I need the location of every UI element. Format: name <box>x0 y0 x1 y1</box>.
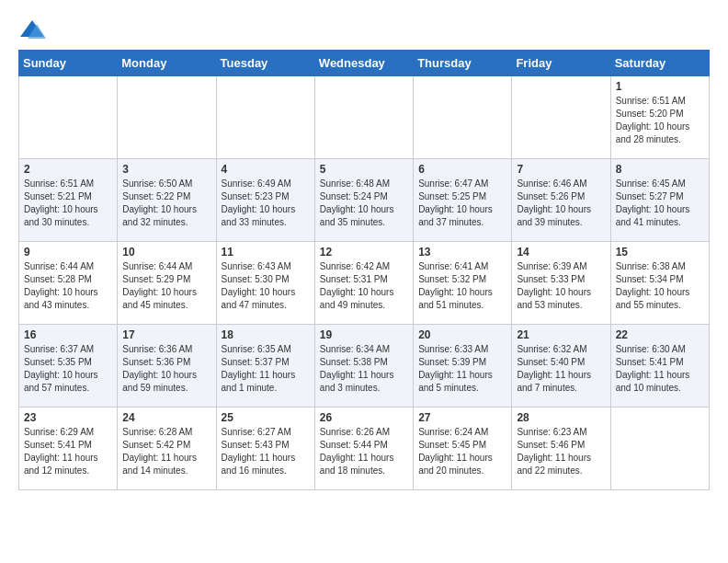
day-cell <box>118 76 216 159</box>
week-row-4: 16Sunrise: 6:37 AM Sunset: 5:35 PM Dayli… <box>19 325 710 408</box>
header <box>18 18 710 40</box>
weekday-header-friday: Friday <box>512 51 610 76</box>
day-cell <box>610 408 709 490</box>
calendar-table: SundayMondayTuesdayWednesdayThursdayFrid… <box>18 50 710 490</box>
day-cell: 2Sunrise: 6:51 AM Sunset: 5:21 PM Daylig… <box>19 159 118 242</box>
day-cell <box>414 76 512 159</box>
weekday-header-row: SundayMondayTuesdayWednesdayThursdayFrid… <box>19 51 710 76</box>
day-number: 9 <box>24 246 112 259</box>
day-number: 14 <box>517 246 605 259</box>
day-cell: 3Sunrise: 6:50 AM Sunset: 5:22 PM Daylig… <box>118 159 216 242</box>
day-info: Sunrise: 6:46 AM Sunset: 5:26 PM Dayligh… <box>517 178 605 229</box>
day-number: 20 <box>418 328 506 341</box>
day-number: 6 <box>418 163 506 176</box>
day-cell: 12Sunrise: 6:42 AM Sunset: 5:31 PM Dayli… <box>314 242 413 325</box>
day-cell: 28Sunrise: 6:23 AM Sunset: 5:46 PM Dayli… <box>512 408 610 490</box>
day-number: 16 <box>24 328 112 341</box>
logo <box>18 18 50 40</box>
day-cell: 26Sunrise: 6:26 AM Sunset: 5:44 PM Dayli… <box>314 408 413 490</box>
day-info: Sunrise: 6:51 AM Sunset: 5:21 PM Dayligh… <box>24 178 112 229</box>
day-info: Sunrise: 6:29 AM Sunset: 5:41 PM Dayligh… <box>24 426 112 477</box>
day-number: 11 <box>222 246 310 259</box>
day-cell: 13Sunrise: 6:41 AM Sunset: 5:32 PM Dayli… <box>414 242 512 325</box>
day-number: 5 <box>320 163 408 176</box>
day-info: Sunrise: 6:28 AM Sunset: 5:42 PM Dayligh… <box>122 426 210 477</box>
day-cell: 10Sunrise: 6:44 AM Sunset: 5:29 PM Dayli… <box>118 242 216 325</box>
day-number: 13 <box>418 246 506 259</box>
weekday-header-saturday: Saturday <box>610 51 709 76</box>
weekday-header-thursday: Thursday <box>414 51 512 76</box>
day-number: 25 <box>222 411 310 424</box>
day-info: Sunrise: 6:41 AM Sunset: 5:32 PM Dayligh… <box>418 260 506 312</box>
week-row-2: 2Sunrise: 6:51 AM Sunset: 5:21 PM Daylig… <box>19 159 710 242</box>
day-info: Sunrise: 6:43 AM Sunset: 5:30 PM Dayligh… <box>222 260 310 312</box>
day-cell: 20Sunrise: 6:33 AM Sunset: 5:39 PM Dayli… <box>414 325 512 408</box>
day-cell <box>512 76 610 159</box>
day-cell: 18Sunrise: 6:35 AM Sunset: 5:37 PM Dayli… <box>216 325 314 408</box>
day-cell: 21Sunrise: 6:32 AM Sunset: 5:40 PM Dayli… <box>512 325 610 408</box>
day-info: Sunrise: 6:39 AM Sunset: 5:33 PM Dayligh… <box>517 260 605 312</box>
day-cell: 17Sunrise: 6:36 AM Sunset: 5:36 PM Dayli… <box>118 325 216 408</box>
day-cell: 6Sunrise: 6:47 AM Sunset: 5:25 PM Daylig… <box>414 159 512 242</box>
day-info: Sunrise: 6:44 AM Sunset: 5:28 PM Dayligh… <box>24 260 112 312</box>
day-cell: 14Sunrise: 6:39 AM Sunset: 5:33 PM Dayli… <box>512 242 610 325</box>
day-info: Sunrise: 6:35 AM Sunset: 5:37 PM Dayligh… <box>222 343 310 395</box>
day-info: Sunrise: 6:38 AM Sunset: 5:34 PM Dayligh… <box>616 260 704 312</box>
day-info: Sunrise: 6:42 AM Sunset: 5:31 PM Dayligh… <box>320 260 408 312</box>
day-cell: 8Sunrise: 6:45 AM Sunset: 5:27 PM Daylig… <box>610 159 709 242</box>
day-cell: 22Sunrise: 6:30 AM Sunset: 5:41 PM Dayli… <box>610 325 709 408</box>
day-number: 24 <box>122 411 210 424</box>
day-cell: 5Sunrise: 6:48 AM Sunset: 5:24 PM Daylig… <box>314 159 413 242</box>
weekday-header-tuesday: Tuesday <box>216 51 314 76</box>
weekday-header-monday: Monday <box>118 51 216 76</box>
day-info: Sunrise: 6:34 AM Sunset: 5:38 PM Dayligh… <box>320 343 408 395</box>
day-info: Sunrise: 6:49 AM Sunset: 5:23 PM Dayligh… <box>222 178 310 229</box>
day-cell: 11Sunrise: 6:43 AM Sunset: 5:30 PM Dayli… <box>216 242 314 325</box>
day-info: Sunrise: 6:27 AM Sunset: 5:43 PM Dayligh… <box>222 426 310 477</box>
week-row-5: 23Sunrise: 6:29 AM Sunset: 5:41 PM Dayli… <box>19 408 710 490</box>
day-number: 18 <box>222 328 310 341</box>
weekday-header-sunday: Sunday <box>19 51 118 76</box>
day-cell: 7Sunrise: 6:46 AM Sunset: 5:26 PM Daylig… <box>512 159 610 242</box>
day-info: Sunrise: 6:23 AM Sunset: 5:46 PM Dayligh… <box>517 426 605 477</box>
day-cell: 1Sunrise: 6:51 AM Sunset: 5:20 PM Daylig… <box>610 76 709 159</box>
day-info: Sunrise: 6:30 AM Sunset: 5:41 PM Dayligh… <box>616 343 704 395</box>
day-number: 12 <box>320 246 408 259</box>
day-cell: 27Sunrise: 6:24 AM Sunset: 5:45 PM Dayli… <box>414 408 512 490</box>
day-info: Sunrise: 6:44 AM Sunset: 5:29 PM Dayligh… <box>122 260 210 312</box>
day-cell: 4Sunrise: 6:49 AM Sunset: 5:23 PM Daylig… <box>216 159 314 242</box>
calendar-header: SundayMondayTuesdayWednesdayThursdayFrid… <box>19 51 710 76</box>
day-info: Sunrise: 6:33 AM Sunset: 5:39 PM Dayligh… <box>418 343 506 395</box>
week-row-1: 1Sunrise: 6:51 AM Sunset: 5:20 PM Daylig… <box>19 76 710 159</box>
weekday-header-wednesday: Wednesday <box>314 51 413 76</box>
day-cell: 25Sunrise: 6:27 AM Sunset: 5:43 PM Dayli… <box>216 408 314 490</box>
day-info: Sunrise: 6:26 AM Sunset: 5:44 PM Dayligh… <box>320 426 408 477</box>
day-info: Sunrise: 6:24 AM Sunset: 5:45 PM Dayligh… <box>418 426 506 477</box>
day-number: 27 <box>418 411 506 424</box>
day-number: 8 <box>616 163 704 176</box>
day-info: Sunrise: 6:32 AM Sunset: 5:40 PM Dayligh… <box>517 343 605 395</box>
day-number: 28 <box>517 411 605 424</box>
day-number: 17 <box>122 328 210 341</box>
day-number: 19 <box>320 328 408 341</box>
day-info: Sunrise: 6:48 AM Sunset: 5:24 PM Dayligh… <box>320 178 408 229</box>
day-cell: 24Sunrise: 6:28 AM Sunset: 5:42 PM Dayli… <box>118 408 216 490</box>
day-number: 21 <box>517 328 605 341</box>
day-cell <box>314 76 413 159</box>
day-info: Sunrise: 6:51 AM Sunset: 5:20 PM Dayligh… <box>616 95 704 146</box>
day-number: 4 <box>222 163 310 176</box>
day-cell: 16Sunrise: 6:37 AM Sunset: 5:35 PM Dayli… <box>19 325 118 408</box>
day-info: Sunrise: 6:47 AM Sunset: 5:25 PM Dayligh… <box>418 178 506 229</box>
day-info: Sunrise: 6:50 AM Sunset: 5:22 PM Dayligh… <box>122 178 210 229</box>
day-number: 23 <box>24 411 112 424</box>
day-cell: 9Sunrise: 6:44 AM Sunset: 5:28 PM Daylig… <box>19 242 118 325</box>
day-number: 3 <box>122 163 210 176</box>
day-cell <box>216 76 314 159</box>
day-cell <box>19 76 118 159</box>
calendar-body: 1Sunrise: 6:51 AM Sunset: 5:20 PM Daylig… <box>19 76 710 490</box>
day-info: Sunrise: 6:36 AM Sunset: 5:36 PM Dayligh… <box>122 343 210 395</box>
day-cell: 23Sunrise: 6:29 AM Sunset: 5:41 PM Dayli… <box>19 408 118 490</box>
day-number: 1 <box>616 80 704 93</box>
day-number: 26 <box>320 411 408 424</box>
day-number: 15 <box>616 246 704 259</box>
